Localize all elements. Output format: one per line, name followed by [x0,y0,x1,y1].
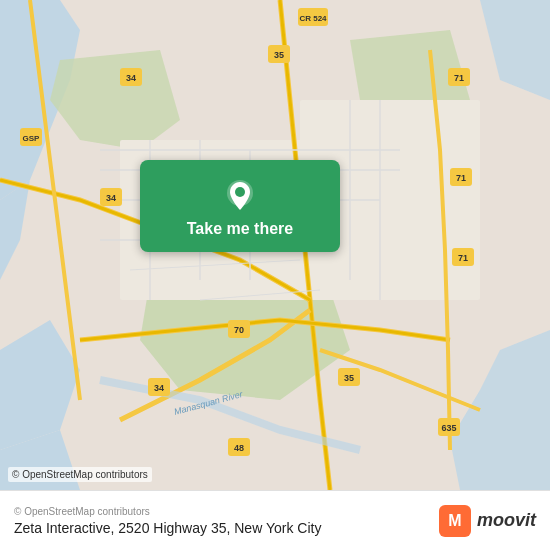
location-name: Zeta Interactive, 2520 Highway 35, New Y… [14,520,321,536]
svg-point-44 [235,187,245,197]
svg-text:35: 35 [274,50,284,60]
svg-text:635: 635 [441,423,456,433]
moovit-logo: M moovit [439,505,536,537]
map-container: 34 35 35 35 70 34 GSP 71 71 71 CR 524 48 [0,0,550,490]
svg-text:CR 524: CR 524 [299,14,327,23]
location-pin-icon [222,178,258,214]
svg-text:71: 71 [456,173,466,183]
osm-footer-attribution: © OpenStreetMap contributors [14,506,321,517]
svg-text:GSP: GSP [23,134,41,143]
svg-text:71: 71 [458,253,468,263]
moovit-text: moovit [477,510,536,531]
svg-text:35: 35 [344,373,354,383]
footer: © OpenStreetMap contributors Zeta Intera… [0,490,550,550]
take-me-there-button[interactable]: Take me there [140,160,340,252]
svg-text:34: 34 [154,383,164,393]
svg-text:71: 71 [454,73,464,83]
svg-text:34: 34 [126,73,136,83]
footer-left: © OpenStreetMap contributors Zeta Intera… [14,506,321,536]
svg-text:70: 70 [234,325,244,335]
moovit-icon: M [439,505,471,537]
svg-text:48: 48 [234,443,244,453]
take-me-there-label: Take me there [187,220,293,238]
svg-text:34: 34 [106,193,116,203]
osm-attribution: © OpenStreetMap contributors [8,467,152,482]
